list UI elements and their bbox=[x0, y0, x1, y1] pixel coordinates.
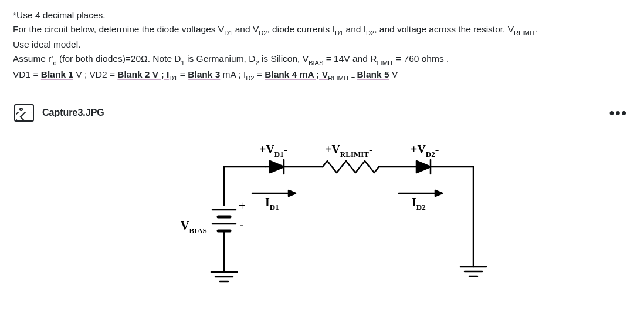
blank-1[interactable]: Blank 1 bbox=[41, 69, 73, 79]
instruction-model: Use ideal model. bbox=[13, 38, 631, 52]
svg-marker-23 bbox=[289, 190, 296, 196]
label-vd2: +VD2- bbox=[411, 143, 439, 159]
svg-marker-25 bbox=[435, 190, 442, 196]
label-vbias: VBIAS bbox=[181, 219, 207, 235]
attachment-filename[interactable]: Capture3.JPG bbox=[42, 106, 104, 120]
circuit-diagram: +VD1- +VRLIMIT- +VD2- ID1 ID2 VBIAS + - bbox=[13, 135, 631, 294]
svg-marker-7 bbox=[416, 161, 431, 173]
label-vrlimit: +VRLIMIT- bbox=[325, 143, 373, 159]
blank-4[interactable]: Blank 4 bbox=[265, 69, 297, 79]
blank-3[interactable]: Blank 3 bbox=[188, 69, 220, 79]
label-vd1: +VD1- bbox=[259, 143, 287, 159]
image-file-icon bbox=[14, 104, 34, 122]
attachment-row: Capture3.JPG ••• bbox=[13, 102, 631, 124]
instruction-assume: Assume r'd (for both diodes)=20Ω. Note D… bbox=[13, 52, 631, 67]
label-plus: + bbox=[239, 199, 245, 212]
label-minus: - bbox=[240, 218, 244, 231]
answer-blanks-line: VD1 = Blank 1 V ; VD2 = Blank 2 V ; ID1 … bbox=[13, 68, 631, 83]
instruction-decimal: *Use 4 decimal places. bbox=[13, 8, 631, 22]
label-id1: ID1 bbox=[265, 196, 279, 211]
label-id2: ID2 bbox=[412, 196, 426, 211]
blank-5[interactable]: Blank 5 bbox=[357, 69, 389, 79]
instruction-determine: For the circuit below, determine the dio… bbox=[13, 22, 631, 38]
more-options-button[interactable]: ••• bbox=[609, 106, 628, 120]
svg-marker-3 bbox=[270, 161, 284, 173]
blank-2[interactable]: Blank 2 bbox=[117, 69, 150, 79]
problem-statement: *Use 4 decimal places. For the circuit b… bbox=[13, 8, 631, 83]
